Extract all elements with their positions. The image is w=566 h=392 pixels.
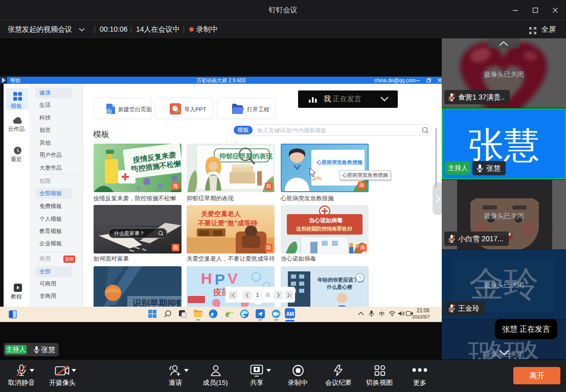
svg-text:P: P <box>215 271 225 288</box>
svg-text:抑郁症早期的表现: 抑郁症早期的表现 <box>219 152 273 160</box>
svg-text:心脏病突发急救措施: 心脏病突发急救措施 <box>316 159 363 165</box>
svg-text:H: H <box>201 270 212 287</box>
svg-text:V: V <box>228 270 238 287</box>
svg-text:AM: AM <box>286 311 294 317</box>
svg-text:关爱空巢老人: 关爱空巢老人 <box>200 210 241 218</box>
svg-text:e: e <box>211 310 214 318</box>
svg-text:什么是心梗: 什么是心梗 <box>326 284 352 290</box>
svg-text:当心诺如病毒: 当心诺如病毒 <box>309 217 343 223</box>
svg-text:不要让爱"熬"成等待: 不要让爱"熬"成等待 <box>197 219 258 227</box>
svg-text:这份校园防控指南要收好: 这份校园防控指南要收好 <box>296 226 353 232</box>
